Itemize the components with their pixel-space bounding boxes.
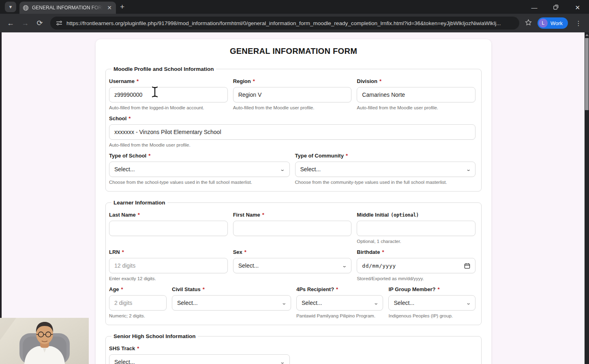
region-input[interactable] <box>233 87 352 102</box>
last-name-input[interactable] <box>109 221 228 236</box>
sex-field-group: Sex* Select... ⌄ <box>233 249 352 281</box>
division-help: Auto-filled from the Moodle user profile… <box>357 105 475 110</box>
url-bar[interactable]: https://frontlearners.org/pluginfile.php… <box>50 17 519 30</box>
region-label: Region <box>233 78 251 84</box>
forward-button[interactable]: → <box>19 17 32 30</box>
required-mark: * <box>244 249 246 255</box>
type-of-community-field-group: Type of Community* Select... ⌄ Choose fr… <box>295 153 476 185</box>
four-ps-field-group: 4Ps Recipient?* Select... ⌄ Pantawid Pam… <box>296 286 383 318</box>
page-content: GENERAL INFORMATION FORM Moodle Profile … <box>0 32 589 364</box>
tab-title: GENERAL INFORMATION FORM <box>32 5 103 11</box>
shs-track-label: SHS Track <box>109 345 135 351</box>
birthdate-label: Birthdate <box>357 249 380 255</box>
new-tab-button[interactable]: + <box>120 2 124 11</box>
birthdate-input[interactable]: dd/mm/yyyy <box>357 258 475 273</box>
shs-information-section: Senior High School Information SHS Track… <box>105 333 482 364</box>
age-input[interactable] <box>109 295 167 311</box>
username-input[interactable] <box>109 87 228 102</box>
chevron-down-icon: ⌄ <box>280 167 285 172</box>
division-input[interactable] <box>357 87 475 102</box>
lrn-input[interactable] <box>109 258 228 273</box>
required-mark: * <box>379 78 381 84</box>
selected-option: Select... <box>238 262 259 269</box>
first-name-field-group: First Name* <box>233 212 352 244</box>
window-controls: — ✕ <box>531 4 589 14</box>
reload-button[interactable]: ⟳ <box>33 17 46 30</box>
webcam-video <box>0 318 89 364</box>
type-of-school-help: Choose from the school-type values used … <box>109 180 290 185</box>
required-mark: * <box>138 212 140 218</box>
middle-initial-input[interactable] <box>357 221 475 236</box>
chevron-down-icon: ⌄ <box>466 167 471 172</box>
scrollbar-thumb[interactable] <box>585 38 589 110</box>
calendar-icon[interactable] <box>464 263 470 269</box>
school-field-group: School* Auto-filled from the Moodle user… <box>109 115 475 147</box>
required-mark: * <box>121 286 123 292</box>
tab-strip: ▼ GENERAL INFORMATION FORM ✕ + — ✕ <box>0 0 589 14</box>
profile-label: Work <box>550 20 563 26</box>
sex-select[interactable]: Select... ⌄ <box>233 258 352 273</box>
section-legend: Senior High School Information <box>111 333 198 339</box>
civil-status-select[interactable]: Select... ⌄ <box>172 295 291 311</box>
ip-group-label: IP Group Member? <box>388 286 435 292</box>
scroll-up-arrow[interactable] <box>585 32 589 38</box>
username-help: Auto-filled from the logged-in Moodle ac… <box>109 105 228 110</box>
required-mark: * <box>253 78 255 84</box>
required-mark: * <box>122 249 124 255</box>
tab-close-icon[interactable]: ✕ <box>106 4 113 11</box>
close-button[interactable]: ✕ <box>575 4 580 11</box>
profile-avatar: L <box>539 19 548 28</box>
division-field-group: Division* Auto-filled from the Moodle us… <box>357 78 475 110</box>
chevron-down-icon: ▼ <box>9 4 13 9</box>
minimize-button[interactable]: — <box>531 4 537 11</box>
ip-group-select[interactable]: Select... ⌄ <box>388 295 475 311</box>
type-of-community-label: Type of Community <box>295 153 344 159</box>
back-button[interactable]: ← <box>4 17 17 30</box>
chevron-down-icon: ⌄ <box>373 300 379 306</box>
age-label: Age <box>109 286 119 292</box>
four-ps-select[interactable]: Select... ⌄ <box>296 295 383 311</box>
required-mark: * <box>336 286 338 292</box>
site-settings-icon[interactable] <box>56 20 62 26</box>
ip-group-help: Indigenous Peoples (IP) group. <box>388 313 475 318</box>
chevron-down-icon: ⌄ <box>342 263 347 268</box>
browser-toolbar: ← → ⟳ https://frontlearners.org/pluginfi… <box>0 14 589 32</box>
region-help: Auto-filled from the Moodle user profile… <box>233 105 352 110</box>
chevron-down-icon: ⌄ <box>281 300 287 306</box>
civil-status-label: Civil Status <box>172 286 201 292</box>
last-name-label: Last Name <box>109 212 136 218</box>
last-name-field-group: Last Name* <box>109 212 228 244</box>
section-legend: Moodle Profile and School Information <box>111 66 216 72</box>
url-text: https://frontlearners.org/pluginfile.php… <box>66 20 501 26</box>
school-input[interactable] <box>109 124 475 140</box>
middle-initial-help: Optional, 1 character. <box>357 239 475 244</box>
selected-option: Select... <box>394 300 414 306</box>
browser-tab[interactable]: GENERAL INFORMATION FORM ✕ <box>19 2 116 14</box>
type-of-community-select[interactable]: Select... ⌄ <box>295 162 476 177</box>
selected-option: Select... <box>114 359 135 364</box>
first-name-input[interactable] <box>233 221 352 236</box>
type-of-school-select[interactable]: Select... ⌄ <box>109 162 290 177</box>
tab-search-button[interactable]: ▼ <box>5 2 16 12</box>
page-scrollbar[interactable] <box>585 32 589 364</box>
ip-group-field-group: IP Group Member?* Select... ⌄ Indigenous… <box>388 286 475 318</box>
shs-track-select[interactable]: Select... ⌄ <box>109 354 290 364</box>
browser-menu-icon[interactable]: ⋮ <box>572 19 585 27</box>
profile-chip[interactable]: L Work <box>538 17 568 29</box>
required-mark: * <box>262 212 264 218</box>
date-placeholder: dd/mm/yyyy <box>362 263 396 269</box>
middle-initial-label: Middle Initial <box>357 212 389 218</box>
civil-status-field-group: Civil Status* Select... ⌄ <box>172 286 291 318</box>
maximize-button[interactable] <box>553 4 559 11</box>
optional-note: (optional) <box>391 212 419 218</box>
bookmark-star-icon[interactable] <box>525 19 532 28</box>
selected-option: Select... <box>177 300 198 306</box>
required-mark: * <box>346 153 348 159</box>
four-ps-help: Pantawid Pamilyang Pilipino Program. <box>296 313 383 318</box>
required-mark: * <box>382 249 384 255</box>
middle-initial-field-group: Middle Initial(optional) Optional, 1 cha… <box>357 212 475 244</box>
selected-option: Select... <box>114 166 135 172</box>
required-mark: * <box>438 286 440 292</box>
type-of-school-label: Type of School <box>109 153 146 159</box>
lrn-help: Enter exactly 12 digits. <box>109 276 228 281</box>
